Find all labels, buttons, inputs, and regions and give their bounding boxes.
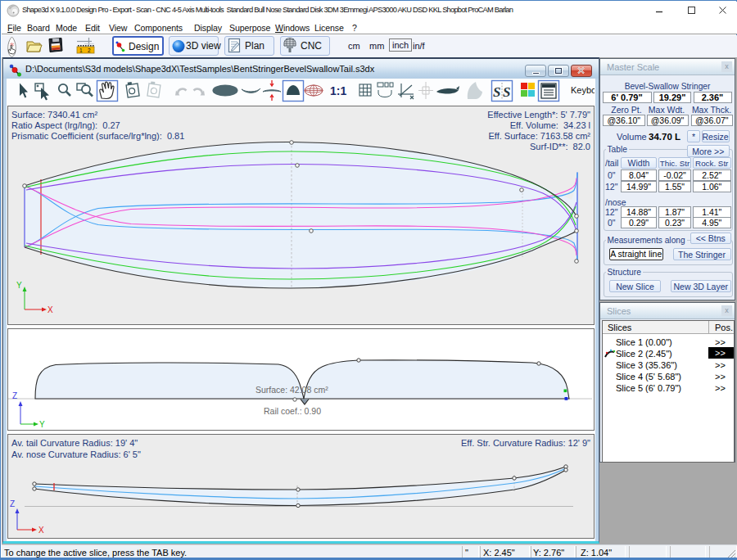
svg-text:Y: Y — [39, 420, 45, 429]
svg-text:Surface: 42.08 cm²: Surface: 42.08 cm² — [255, 385, 328, 395]
svg-text:Z: Z — [10, 499, 15, 508]
svg-text:S: S — [503, 84, 510, 100]
svg-text:X: X — [47, 305, 53, 314]
svg-text:1: 1 — [79, 47, 83, 53]
svg-text:2: 2 — [88, 47, 91, 53]
svg-text:1:1: 1:1 — [330, 84, 346, 97]
svg-text:Z: Z — [12, 391, 17, 400]
svg-text:Keyboa: Keyboa — [571, 85, 595, 95]
svg-text:X: X — [38, 526, 44, 535]
svg-text:Rail coef.: 0.90: Rail coef.: 0.90 — [264, 406, 321, 416]
svg-text:S: S — [493, 84, 500, 100]
svg-text:Y: Y — [16, 281, 22, 290]
